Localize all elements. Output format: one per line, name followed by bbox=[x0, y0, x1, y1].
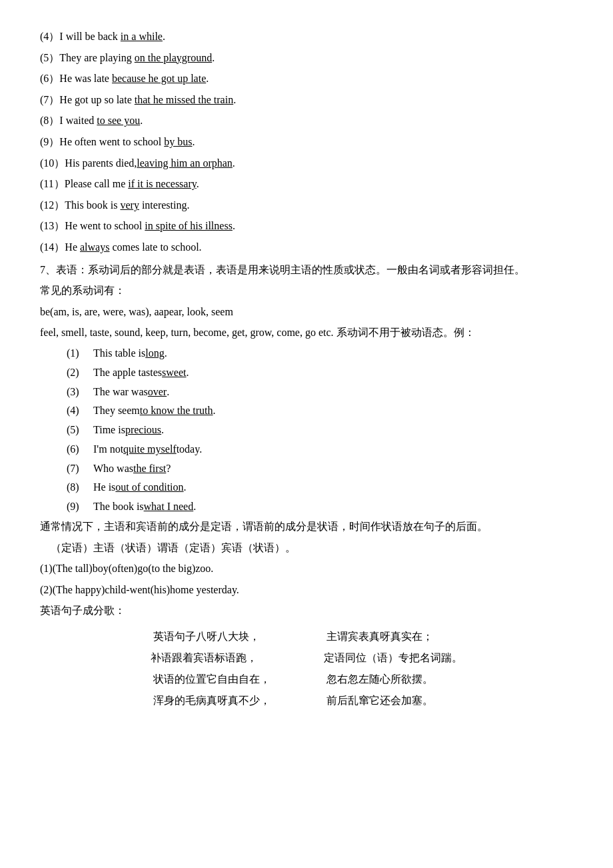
line-10-underlined: leaving him an orphan bbox=[137, 157, 233, 169]
pred-ex-2-underlined: sweet bbox=[162, 363, 186, 383]
pred-ex-4: (4) They seem to know the truth. bbox=[40, 401, 573, 421]
poem-line-3-right: 忽右忽左随心所欲摆。 bbox=[326, 669, 460, 690]
pred-ex-8: (8) He is out of condition. bbox=[40, 478, 573, 497]
line-11: (11）Please call me if it is necessary. bbox=[40, 174, 573, 194]
poem-title: 英语句子成分歌： bbox=[40, 601, 573, 621]
pred-ex-8-underlined: out of condition bbox=[115, 478, 183, 497]
poem-line-4-left: 浑身的毛病真呀真不少， bbox=[153, 690, 287, 711]
pred-ex-7-after: ? bbox=[166, 459, 171, 479]
poem-line-1-left: 英语句子八呀八大块， bbox=[153, 626, 287, 647]
line-14-underlined: always bbox=[80, 241, 109, 253]
poem-line-1: 英语句子八呀八大块， 主谓宾表真呀真实在； bbox=[40, 626, 573, 647]
pred-ex-9-num: (9) bbox=[67, 497, 93, 517]
pred-ex-3-after: . bbox=[167, 383, 169, 402]
copulas-intro: 常见的系动词有： bbox=[40, 281, 573, 301]
line-13-after: . bbox=[233, 220, 235, 231]
line-13-text: (13）He went to school bbox=[40, 220, 145, 231]
pred-ex-1: (1) This table is long. bbox=[40, 344, 573, 363]
example-c2: (2)(The happy)child-went(his)home yester… bbox=[40, 580, 573, 600]
line-12-after: interesting. bbox=[139, 199, 190, 211]
pred-ex-5: (5) Time is precious. bbox=[40, 421, 573, 440]
line-9: (9）He often went to school by bus. bbox=[40, 132, 573, 152]
pred-ex-2-after: . bbox=[187, 363, 189, 383]
pred-ex-5-after: . bbox=[161, 421, 164, 440]
line-11-text: (11）Please call me bbox=[40, 178, 128, 189]
copulas-1: be(am, is, are, were, was), aapear, look… bbox=[40, 302, 573, 322]
pred-ex-9: (9) The book is what I need. bbox=[40, 497, 573, 517]
line-8-text: (8）I waited bbox=[40, 115, 97, 126]
line-5-underlined: on the playground bbox=[135, 52, 212, 63]
pred-ex-1-underlined: long bbox=[145, 344, 164, 363]
pred-ex-3-underlined: over bbox=[148, 383, 167, 402]
example-c1: (1)(The tall)boy(often)go(to the big)zoo… bbox=[40, 559, 573, 579]
pred-ex-7-text: Who was bbox=[93, 459, 133, 479]
pred-ex-4-underlined: to know the truth bbox=[140, 401, 213, 421]
copulas-2: feel, smell, taste, sound, keep, turn, b… bbox=[40, 323, 573, 343]
poem-line-1-right: 主谓宾表真呀真实在； bbox=[326, 626, 460, 647]
poem-line-3: 状语的位置它自由自在， 忽右忽左随心所欲摆。 bbox=[40, 669, 573, 690]
pred-ex-2: (2) The apple tastes sweet. bbox=[40, 363, 573, 383]
pred-ex-5-num: (5) bbox=[67, 421, 93, 440]
pred-ex-8-after: . bbox=[184, 478, 187, 497]
pred-ex-4-num: (4) bbox=[67, 401, 93, 421]
line-9-after: . bbox=[192, 136, 195, 147]
conclusion-text: 通常情况下，主语和宾语前的成分是定语，谓语前的成分是状语，时间作状语放在句子的后… bbox=[40, 517, 573, 537]
pred-ex-2-text: The apple tastes bbox=[93, 363, 162, 383]
line-4-after: . bbox=[163, 31, 165, 42]
line-14: (14）He always comes late to school. bbox=[40, 237, 573, 257]
section-7-title: 7、表语：系动词后的部分就是表语，表语是用来说明主语的性质或状态。一般由名词或者… bbox=[40, 260, 573, 280]
structure-text: （定语）主语（状语）谓语（定语）宾语（状语）。 bbox=[40, 538, 573, 558]
line-6-text: (6）He was late bbox=[40, 73, 112, 84]
line-6-underlined: because he got up late bbox=[112, 73, 206, 84]
line-14-text: (14）He bbox=[40, 241, 80, 253]
pred-ex-7: (7) Who was the first? bbox=[40, 459, 573, 479]
pred-ex-1-after: . bbox=[165, 344, 167, 363]
pred-ex-2-num: (2) bbox=[67, 363, 93, 383]
pred-ex-5-underlined: precious bbox=[125, 421, 161, 440]
line-4-text: (4）I will be back bbox=[40, 31, 121, 42]
line-4: (4）I will be back in a while. bbox=[40, 27, 573, 47]
pred-ex-6: (6) I'm not quite myself today. bbox=[40, 440, 573, 459]
pred-ex-9-after: . bbox=[193, 497, 196, 517]
line-12: (12）This book is very interesting. bbox=[40, 195, 573, 215]
line-10: (10）His parents died,leaving him an orph… bbox=[40, 153, 573, 173]
line-7: (7）He got up so late that he missed the … bbox=[40, 90, 573, 110]
line-6: (6）He was late because he got up late. bbox=[40, 69, 573, 89]
pred-ex-4-after: . bbox=[213, 401, 216, 421]
line-8-underlined: to see you bbox=[97, 115, 140, 126]
poem-line-2-left: 补语跟着宾语标语跑， bbox=[151, 647, 284, 669]
poem-section: 英语句子八呀八大块， 主谓宾表真呀真实在； 补语跟着宾语标语跑， 定语同位（语）… bbox=[40, 626, 573, 711]
line-8: (8）I waited to see you. bbox=[40, 111, 573, 131]
pred-ex-6-underlined: quite myself bbox=[123, 440, 177, 459]
poem-line-2-right: 定语同位（语）专把名词踹。 bbox=[324, 647, 462, 669]
pred-ex-1-text: This table is bbox=[93, 344, 145, 363]
poem-line-4-right: 前后乱窜它还会加塞。 bbox=[326, 690, 460, 711]
line-9-text: (9）He often went to school bbox=[40, 136, 164, 147]
poem-line-3-left: 状语的位置它自由自在， bbox=[153, 669, 287, 690]
pred-ex-6-after: today. bbox=[177, 440, 203, 459]
line-11-underlined: if it is necessary bbox=[128, 178, 196, 189]
line-5-text: (5）They are playing bbox=[40, 52, 135, 63]
line-13: (13）He went to school in spite of his il… bbox=[40, 216, 573, 236]
line-10-text: (10）His parents died, bbox=[40, 157, 137, 169]
pred-ex-6-num: (6) bbox=[67, 440, 93, 459]
line-5: (5）They are playing on the playground. bbox=[40, 48, 573, 68]
line-6-after: . bbox=[206, 73, 209, 84]
pred-ex-3-num: (3) bbox=[67, 383, 93, 402]
line-9-underlined: by bus bbox=[164, 136, 192, 147]
pred-ex-1-num: (1) bbox=[67, 344, 93, 363]
line-7-after: . bbox=[233, 94, 236, 105]
pred-ex-4-text: They seem bbox=[93, 401, 140, 421]
line-12-underlined: very bbox=[120, 199, 139, 211]
line-12-text: (12）This book is bbox=[40, 199, 120, 211]
pred-ex-7-underlined: the first bbox=[133, 459, 166, 479]
pred-ex-3: (3) The war was over. bbox=[40, 383, 573, 402]
pred-ex-9-text: The book is bbox=[93, 497, 144, 517]
pred-ex-7-num: (7) bbox=[67, 459, 93, 479]
line-7-underlined: that he missed the train bbox=[135, 94, 233, 105]
pred-ex-3-text: The war was bbox=[93, 383, 148, 402]
line-4-underlined: in a while bbox=[121, 31, 163, 42]
line-5-after: . bbox=[212, 52, 215, 63]
poem-line-4: 浑身的毛病真呀真不少， 前后乱窜它还会加塞。 bbox=[40, 690, 573, 711]
pred-ex-5-text: Time is bbox=[93, 421, 125, 440]
